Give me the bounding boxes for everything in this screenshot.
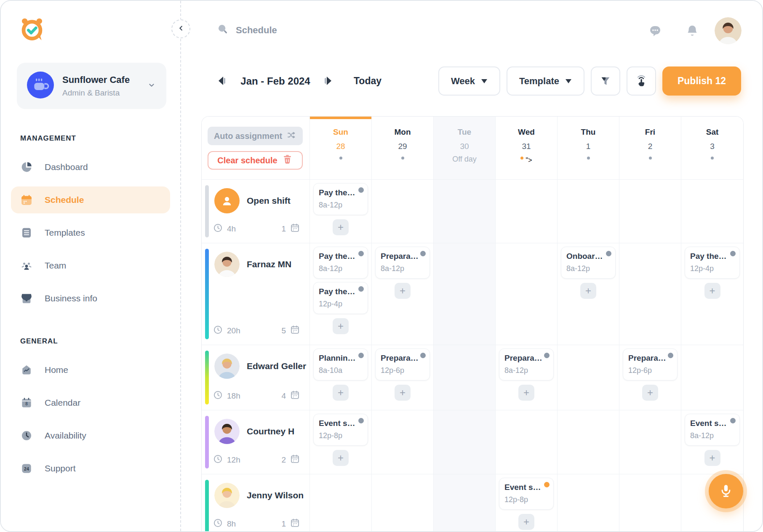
schedule-cell-open-shift-tue[interactable] [434,180,496,243]
sidebar-item-support[interactable]: 24Support [11,455,170,482]
sidebar-item-label: Dashboard [45,162,88,172]
search-icon [216,23,229,38]
day-header-fri[interactable]: Fri2 [619,117,681,180]
shift-card[interactable]: Pay the…8a-12p [313,183,368,215]
schedule-cell-courtney-h-mon[interactable] [372,410,434,474]
view-mode-dropdown[interactable]: Week [438,66,500,96]
add-shift-button[interactable]: + [518,385,534,401]
schedule-cell-farnaz-mn-mon[interactable]: Prepara…8a-12p+ [372,243,434,345]
add-shift-button[interactable]: + [395,283,411,299]
shift-card[interactable]: Event s…12p-8p [313,414,368,446]
publish-button[interactable]: Publish 12 [662,66,741,96]
schedule-cell-jenny-wilson-fri[interactable] [619,474,681,532]
member-meta: 8h1 [213,518,300,530]
add-shift-button[interactable]: + [518,514,534,530]
voice-assistant-fab[interactable] [709,474,743,508]
day-header-tue[interactable]: Tue30Off day [434,117,496,180]
filter-button[interactable] [591,66,620,96]
schedule-cell-courtney-h-wed[interactable] [496,410,558,474]
schedule-cell-open-shift-wed[interactable] [496,180,558,243]
schedule-cell-farnaz-mn-sun[interactable]: Pay the…8a-12pPay the…12p-4p+ [310,243,372,345]
shift-card[interactable]: Event s…12p-8p [499,478,554,510]
schedule-cell-edward-geller-wed[interactable]: Prepara…8a-12p+ [496,345,558,410]
add-shift-button[interactable]: + [395,385,411,401]
sidebar-collapse-button[interactable] [171,19,190,38]
add-shift-button[interactable]: + [333,219,349,235]
schedule-cell-edward-geller-thu[interactable] [558,345,619,410]
schedule-cell-farnaz-mn-sat[interactable]: Pay the…12p-4p+ [681,243,743,345]
schedule-cell-edward-geller-mon[interactable]: Prepara…12p-6p+ [372,345,434,410]
shift-title: Prepara… [628,354,672,363]
add-shift-button[interactable]: + [704,283,720,299]
schedule-cell-courtney-h-sun[interactable]: Event s…12p-8p+ [310,410,372,474]
shift-card[interactable]: Event s…8a-12p [685,414,740,446]
sidebar-item-home[interactable]: Home [11,356,170,383]
add-shift-button[interactable]: + [333,450,349,466]
member-row-jenny-wilson: Jenny Wilson8h1 [202,474,310,532]
today-button[interactable]: Today [354,75,382,87]
auto-assignment-button[interactable]: Auto assignment [208,127,303,145]
schedule-cell-jenny-wilson-mon[interactable] [372,474,434,532]
sidebar-item-templates[interactable]: Templates [11,219,170,246]
shift-card[interactable]: Prepara…12p-6p [375,348,430,380]
member-name: Jenny Wilson [247,490,304,500]
sidebar-item-availability[interactable]: Availability [11,422,170,449]
add-shift-button[interactable]: + [580,283,596,299]
add-shift-button[interactable]: + [333,385,349,401]
next-week-icon[interactable] [324,76,333,87]
shift-card[interactable]: Pay the…12p-4p [313,282,368,314]
day-header-sun[interactable]: Sun28 [310,117,372,180]
schedule-cell-edward-geller-tue[interactable] [434,345,496,410]
schedule-cell-farnaz-mn-thu[interactable]: Onboar…8a-12p+ [558,243,619,345]
schedule-cell-open-shift-thu[interactable] [558,180,619,243]
day-header-sat[interactable]: Sat3 [681,117,743,180]
nav-section-label: MANAGEMENT [20,134,170,143]
schedule-cell-open-shift-fri[interactable] [619,180,681,243]
day-header-mon[interactable]: Mon29 [372,117,434,180]
day-header-wed[interactable]: Wed31"> [496,117,558,180]
shift-card[interactable]: Prepara…8a-12p [375,247,430,279]
schedule-cell-courtney-h-tue[interactable] [434,410,496,474]
shift-status-dot [420,353,426,358]
schedule-cell-jenny-wilson-tue[interactable] [434,474,496,532]
workspace-switcher[interactable]: Sunflower Cafe Admin & Barista [17,63,166,109]
template-dropdown[interactable]: Template [507,66,584,96]
sidebar-item-business-info[interactable]: Business info [11,285,170,312]
bell-icon[interactable] [685,24,700,39]
shift-card[interactable]: Plannin…8a-10a [313,348,368,380]
schedule-cell-farnaz-mn-tue[interactable] [434,243,496,345]
shift-card[interactable]: Prepara…12p-6p [623,348,678,380]
schedule-cell-farnaz-mn-wed[interactable] [496,243,558,345]
clear-schedule-button[interactable]: Clear schedule [208,151,303,170]
sidebar-item-calendar[interactable]: 8Calendar [11,389,170,416]
schedule-cell-jenny-wilson-sun[interactable] [310,474,372,532]
chat-icon[interactable] [648,24,663,39]
sidebar-item-team[interactable]: Team [11,252,170,279]
schedule-cell-open-shift-mon[interactable] [372,180,434,243]
tap-select-button[interactable] [627,66,656,96]
shift-card[interactable]: Onboar…8a-12p [561,247,616,279]
sidebar-item-dashboard[interactable]: Dashboard [11,154,170,181]
schedule-cell-courtney-h-fri[interactable] [619,410,681,474]
add-shift-button[interactable]: + [642,385,658,401]
shift-card[interactable]: Pay the…12p-4p [685,247,740,279]
prev-week-icon[interactable] [217,76,227,87]
shift-card[interactable]: Prepara…8a-12p [499,348,554,380]
day-header-thu[interactable]: Thu1 [558,117,619,180]
schedule-cell-jenny-wilson-thu[interactable] [558,474,619,532]
user-avatar[interactable] [715,17,742,44]
schedule-cell-courtney-h-sat[interactable]: Event s…8a-12p+ [681,410,743,474]
schedule-cell-courtney-h-thu[interactable] [558,410,619,474]
schedule-cell-jenny-wilson-wed[interactable]: Event s…12p-8p+ [496,474,558,532]
add-shift-button[interactable]: + [333,318,349,334]
schedule-cell-edward-geller-sat[interactable] [681,345,743,410]
shift-card[interactable]: Pay the…8a-12p [313,247,368,279]
schedule-cell-farnaz-mn-fri[interactable] [619,243,681,345]
schedule-cell-open-shift-sun[interactable]: Pay the…8a-12p+ [310,180,372,243]
sidebar-item-schedule[interactable]: Schedule [11,186,170,213]
schedule-cell-edward-geller-sun[interactable]: Plannin…8a-10a+ [310,345,372,410]
schedule-cell-edward-geller-fri[interactable]: Prepara…12p-6p+ [619,345,681,410]
hours-icon [213,454,223,466]
schedule-cell-open-shift-sat[interactable] [681,180,743,243]
add-shift-button[interactable]: + [704,450,720,466]
